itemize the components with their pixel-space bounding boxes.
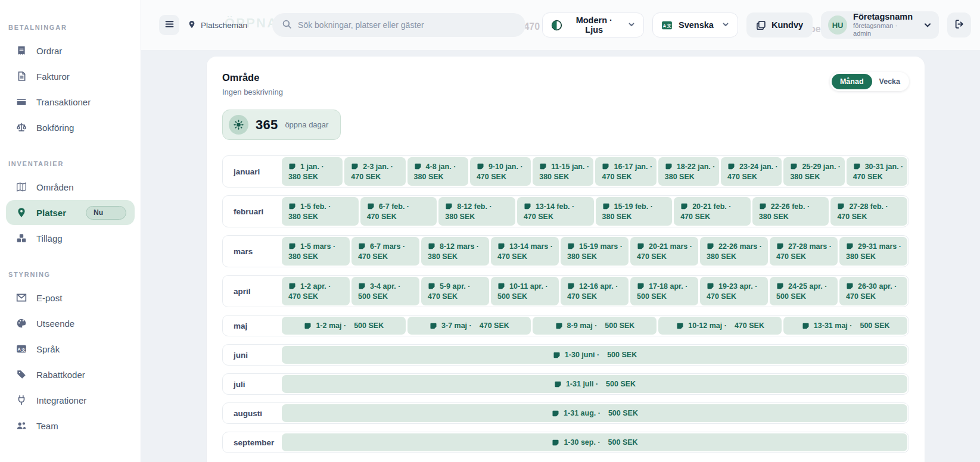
price-period-chip[interactable]: 19-23 apr. ·470 SEK bbox=[700, 277, 768, 305]
sidebar-item-omr-den[interactable]: Områden bbox=[6, 174, 135, 199]
price-period-chip[interactable]: 13-31 maj ·500 SEK bbox=[783, 317, 907, 335]
price-period-chip[interactable]: 4-8 jan. ·380 SEK bbox=[407, 157, 468, 186]
price-period-chip[interactable]: 15-19 feb. ·380 SEK bbox=[596, 197, 673, 226]
month-label: juli bbox=[223, 374, 281, 394]
price-period-chip[interactable]: 2-3 jan. ·470 SEK bbox=[344, 157, 405, 186]
note-tag-icon bbox=[414, 163, 422, 170]
price-period-chip[interactable]: 1-30 sep. ·500 SEK bbox=[282, 433, 907, 451]
note-tag-icon bbox=[567, 242, 575, 250]
logout-icon bbox=[954, 19, 965, 31]
sidebar-item-spr-k[interactable]: A文Språk bbox=[6, 336, 135, 361]
sidebar-item-team[interactable]: Team bbox=[6, 413, 135, 438]
invoice-icon bbox=[15, 70, 27, 82]
chip-price: 470 SEK bbox=[853, 173, 903, 181]
price-period-chip[interactable]: 9-10 jan. ·470 SEK bbox=[470, 157, 531, 186]
chip-price: 500 SEK bbox=[354, 321, 384, 330]
price-period-chip[interactable]: 1-31 aug. ·500 SEK bbox=[282, 404, 907, 422]
note-tag-icon bbox=[707, 242, 714, 250]
chip-range: 25-29 jan. · bbox=[802, 163, 841, 171]
sidebar-item-fakturor[interactable]: Fakturor bbox=[6, 64, 135, 89]
price-period-chip[interactable]: 24-25 apr. ·500 SEK bbox=[770, 277, 838, 305]
price-period-chip[interactable]: 1-5 feb. ·380 SEK bbox=[282, 197, 359, 226]
plug-icon bbox=[15, 394, 27, 406]
note-tag-icon bbox=[428, 242, 435, 250]
sidebar-item-ordrar[interactable]: Ordrar bbox=[6, 38, 135, 63]
price-period-chip[interactable]: 23-24 jan. ·470 SEK bbox=[721, 157, 782, 186]
price-period-chip[interactable]: 20-21 mars ·470 SEK bbox=[630, 237, 698, 266]
month-row-september: september1-30 sep. ·500 SEK bbox=[222, 432, 909, 453]
price-period-chip[interactable]: 1-2 maj ·500 SEK bbox=[282, 317, 406, 335]
chip-price: 470 SEK bbox=[288, 292, 345, 301]
toggle-month-button[interactable]: Månad bbox=[832, 74, 872, 89]
price-period-chip[interactable]: 29-31 mars ·380 SEK bbox=[839, 237, 907, 266]
price-period-chip[interactable]: 16-17 jan. ·470 SEK bbox=[595, 157, 656, 186]
month-row-mars: mars1-5 mars ·380 SEK6-7 mars ·470 SEK8-… bbox=[222, 235, 909, 267]
toggle-week-button[interactable]: Vecka bbox=[872, 74, 907, 89]
price-period-chip[interactable]: 8-9 maj ·500 SEK bbox=[533, 317, 657, 335]
price-period-chip[interactable]: 10-12 maj ·470 SEK bbox=[658, 317, 782, 335]
price-period-chip[interactable]: 15-19 mars ·380 SEK bbox=[561, 237, 629, 266]
logout-button[interactable] bbox=[947, 13, 971, 38]
sidebar-item-utseende[interactable]: Utseende bbox=[6, 311, 135, 336]
price-period-chip[interactable]: 6-7 mars ·470 SEK bbox=[351, 237, 419, 266]
sidebar-item-till-gg[interactable]: Tillägg bbox=[6, 226, 135, 251]
chip-price: 500 SEK bbox=[608, 438, 638, 447]
pin-icon bbox=[15, 207, 27, 218]
sidebar-item-label: Bokföring bbox=[36, 123, 74, 133]
customer-view-button[interactable]: Kundvy bbox=[746, 13, 813, 38]
theme-select[interactable]: Modern · Ljus bbox=[542, 13, 644, 38]
price-period-chip[interactable]: 25-29 jan. ·380 SEK bbox=[783, 157, 844, 186]
note-tag-icon bbox=[846, 282, 854, 290]
price-period-chip[interactable]: 3-7 maj ·470 SEK bbox=[407, 317, 531, 335]
note-tag-icon bbox=[358, 242, 366, 250]
chip-price: 500 SEK bbox=[607, 351, 637, 359]
price-period-chip[interactable]: 20-21 feb. ·470 SEK bbox=[674, 197, 751, 226]
month-row-februari: februari1-5 feb. ·380 SEK6-7 feb. ·470 S… bbox=[222, 195, 909, 227]
price-period-chip[interactable]: 13-14 mars ·470 SEK bbox=[491, 237, 559, 266]
price-period-chip[interactable]: 17-18 apr. ·500 SEK bbox=[630, 277, 698, 305]
price-period-chip[interactable]: 5-9 apr. ·470 SEK bbox=[421, 277, 489, 305]
price-period-chip[interactable]: 1-31 juli ·500 SEK bbox=[282, 375, 907, 393]
chip-list: 1-2 apr. ·470 SEK3-4 apr. ·500 SEK5-9 ap… bbox=[281, 276, 909, 307]
account-menu[interactable]: HU Företagsnamn företagsnman · admin bbox=[821, 11, 939, 39]
svg-text:文: 文 bbox=[21, 348, 26, 352]
price-period-chip[interactable]: 13-14 feb. ·470 SEK bbox=[517, 197, 594, 226]
sidebar-item-transaktioner[interactable]: Transaktioner bbox=[6, 89, 135, 114]
sidebar-item-platser[interactable]: PlatserNu bbox=[6, 200, 135, 225]
menu-button[interactable] bbox=[159, 15, 179, 35]
breadcrumb[interactable]: Platscheman bbox=[188, 20, 247, 30]
sidebar-item-bokf-ring[interactable]: Bokföring bbox=[6, 115, 135, 140]
price-period-chip[interactable]: 1-5 mars ·380 SEK bbox=[282, 237, 350, 266]
search-input[interactable] bbox=[298, 20, 516, 30]
chip-range: 8-12 mars · bbox=[440, 242, 479, 251]
price-period-chip[interactable]: 8-12 feb. ·380 SEK bbox=[438, 197, 515, 226]
language-select[interactable]: A文 Svenska bbox=[652, 13, 738, 38]
price-period-chip[interactable]: 1-30 juni ·500 SEK bbox=[282, 346, 907, 364]
price-period-chip[interactable]: 1 jan. ·380 SEK bbox=[282, 157, 343, 186]
price-period-chip[interactable]: 10-11 apr. ·500 SEK bbox=[491, 277, 559, 305]
sidebar-item-rabattkoder[interactable]: Rabattkoder bbox=[6, 362, 135, 387]
note-tag-icon bbox=[430, 322, 437, 330]
note-tag-icon bbox=[567, 282, 575, 290]
note-tag-icon bbox=[802, 322, 810, 330]
chip-range: 23-24 jan. · bbox=[739, 163, 778, 171]
price-period-chip[interactable]: 27-28 feb. ·470 SEK bbox=[830, 197, 907, 226]
month-label: maj bbox=[223, 316, 281, 336]
price-period-chip[interactable]: 3-4 apr. ·500 SEK bbox=[351, 277, 419, 305]
price-period-chip[interactable]: 22-26 feb. ·380 SEK bbox=[752, 197, 829, 226]
price-period-chip[interactable]: 22-26 mars ·380 SEK bbox=[700, 237, 768, 266]
price-period-chip[interactable]: 12-16 apr. ·470 SEK bbox=[561, 277, 629, 305]
price-period-chip[interactable]: 6-7 feb. ·470 SEK bbox=[360, 197, 437, 226]
search-bar[interactable] bbox=[272, 13, 525, 37]
price-period-chip[interactable]: 1-2 apr. ·470 SEK bbox=[282, 277, 350, 305]
price-period-chip[interactable]: 18-22 jan. ·380 SEK bbox=[658, 157, 719, 186]
price-period-chip[interactable]: 11-15 jan. ·380 SEK bbox=[533, 157, 593, 186]
sidebar-item-integrationer[interactable]: Integrationer bbox=[6, 388, 135, 413]
sidebar-item-e-post[interactable]: E-post bbox=[6, 285, 135, 310]
account-name: Företagsnamn bbox=[853, 13, 913, 22]
price-period-chip[interactable]: 8-12 mars ·380 SEK bbox=[421, 237, 489, 266]
price-period-chip[interactable]: 27-28 mars ·470 SEK bbox=[770, 237, 838, 266]
price-period-chip[interactable]: 30-31 jan. ·470 SEK bbox=[847, 157, 907, 186]
chip-price: 470 SEK bbox=[680, 213, 746, 221]
price-period-chip[interactable]: 26-30 apr. ·470 SEK bbox=[839, 277, 907, 305]
